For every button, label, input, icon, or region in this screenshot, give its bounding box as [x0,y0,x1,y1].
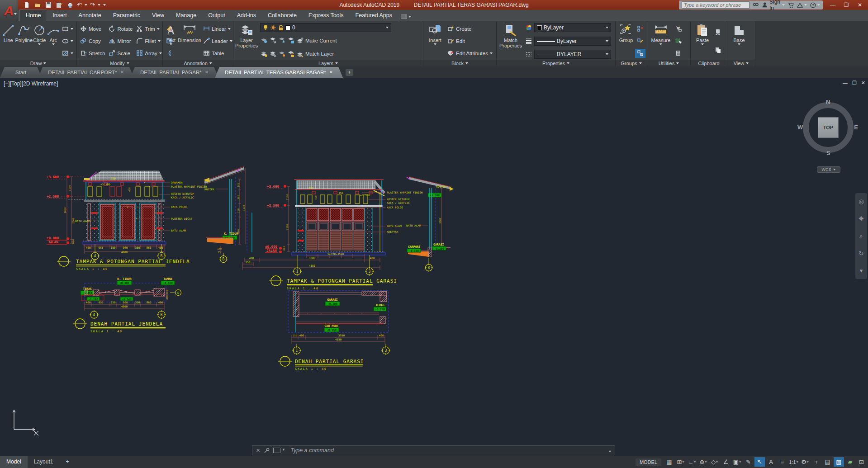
match-layer-icon[interactable] [296,51,304,57]
panel-label-utilities[interactable]: Utilities [647,60,690,66]
help-icon[interactable]: ? [810,2,820,8]
navigation-bar[interactable]: ◎ ✥ ⌕ ↻ ▾ [855,193,867,279]
linear-dimension-tool[interactable]: Linear [201,24,234,33]
file-tab-pagar[interactable]: DETAIL PARTIAL PAGAR*✕ [130,67,218,78]
minimize-icon[interactable]: — [829,2,836,8]
base-view-button[interactable]: Base [729,22,749,60]
layer-color-swatch[interactable] [285,25,290,30]
layout1-tab[interactable]: Layout1 [28,456,60,468]
undo-icon[interactable]: ↶ [77,1,82,9]
close-command-icon[interactable]: ✕ [256,448,260,454]
showmotion-icon[interactable]: ▾ [860,267,863,274]
object-color-dropdown[interactable]: ByLayer [534,23,611,32]
layer-unlock-icon[interactable] [278,24,284,31]
isodraft-icon[interactable]: ◇ [709,457,720,467]
layer-off-icon[interactable] [260,37,268,44]
panel-label-draw[interactable]: Draw [0,60,76,66]
search-icon[interactable] [753,2,759,8]
copy-tool[interactable]: Copy [78,37,107,46]
compass-south[interactable]: S [826,150,830,156]
model-space-viewport[interactable]: [−][Top][2D Wireframe] — ❐ ✕ N W E S TOP… [0,78,868,456]
close-icon[interactable]: ✕ [856,2,863,8]
make-current-icon[interactable] [296,37,304,44]
measure-button[interactable]: Measure [649,22,673,60]
copy-clip-icon[interactable] [713,46,723,55]
tab-parametric[interactable]: Parametric [107,10,146,21]
tab-annotate[interactable]: Annotate [73,10,107,21]
line-tool[interactable]: Line [1,22,15,60]
autodesk-app-icon[interactable] [797,2,807,8]
close-tab-icon[interactable]: ✕ [329,67,333,78]
ungroup-icon[interactable] [635,24,645,33]
arc-tool[interactable]: Arc [47,22,60,60]
wcs-button[interactable]: WCS [817,166,840,173]
layer-isolate-icon[interactable] [269,37,277,44]
layer-thaw-sun-icon[interactable] [270,24,276,31]
viewport-controls[interactable]: [−][Top][2D Wireframe] [4,80,58,87]
polar-tracking-icon[interactable]: ⊕ [698,457,708,467]
restore-icon[interactable]: ❐ [843,2,850,8]
close-tab-icon[interactable]: ✕ [120,67,124,78]
grid-icon[interactable]: ▦ [664,457,674,467]
ortho-icon[interactable]: ∟ [687,457,697,467]
ellipse-tool-icon[interactable] [60,37,75,46]
lineweight-icon[interactable] [525,38,532,45]
quick-select-icon[interactable] [673,24,683,33]
save-icon[interactable] [44,1,52,9]
array-tool[interactable]: Array [134,49,163,58]
layer-properties-button[interactable]: Layer Properties [235,22,258,60]
orbit-icon[interactable]: ↻ [859,250,864,257]
tab-manage[interactable]: Manage [170,10,202,21]
insert-block-button[interactable]: Insert [425,22,446,60]
compass-west[interactable]: W [797,124,803,131]
file-tab-start[interactable]: Start [0,67,42,78]
object-snap-icon[interactable]: ▣ [732,457,742,467]
rotate-tool[interactable]: Rotate [107,24,134,33]
viewcube-top-face[interactable]: TOP [818,117,839,138]
layer-unlock2-icon[interactable] [287,51,295,57]
match-properties-button[interactable]: Match Properties [498,22,523,60]
annotation-pencil-icon[interactable]: ✎ [743,457,754,467]
autocad-logo[interactable] [0,0,18,21]
selection-cycling-icon[interactable]: ↖ [754,457,765,467]
edit-attributes-tool[interactable]: Edit Attributes [446,49,494,58]
model-tab[interactable]: Model [0,456,28,468]
new-file-icon[interactable] [23,1,31,9]
tab-output[interactable]: Output [202,10,231,21]
file-tab-carport[interactable]: DETAIL PARTIAL CARPORT*✕ [38,67,134,78]
panel-label-view[interactable]: View [727,60,755,66]
customize-wrench-icon[interactable] [264,448,270,454]
tab-add-ins[interactable]: Add-ins [231,10,262,21]
quick-properties-icon[interactable]: ▤ [822,457,833,467]
layer-on-bulb-icon[interactable] [263,24,268,31]
add-layout-button[interactable]: + [59,456,75,468]
tab-featured-apps[interactable]: Featured Apps [350,10,398,21]
doc-close-icon[interactable]: ✕ [861,80,865,86]
drawing-canvas[interactable]: +3.600 +2.500 ±0.000 JALAN 1100 2500 360… [0,78,868,456]
app-store-cart-icon[interactable] [788,2,794,8]
lineweight-display-icon[interactable]: ≡ [777,457,787,467]
graphics-performance-icon[interactable]: ▰ [845,457,855,467]
pan-icon[interactable]: ✥ [859,215,864,222]
doc-restore-icon[interactable]: ❐ [852,80,857,86]
tab-express-tools[interactable]: Express Tools [303,10,350,21]
layer-merge-icon[interactable] [269,51,277,57]
compass-north[interactable]: N [826,99,830,105]
annotation-monitor-icon[interactable]: A [766,457,776,467]
linetype-dropdown[interactable]: BYLAYER [534,50,611,59]
command-prompt[interactable]: Type a command [290,447,605,454]
new-drawing-tab-button[interactable]: + [346,69,353,76]
zoom-icon[interactable]: ⌕ [859,232,863,240]
panel-label-modify[interactable]: Modify [77,60,162,66]
panel-label-properties[interactable]: Properties [497,60,615,66]
search-input[interactable] [682,1,749,9]
tab-view[interactable]: View [146,10,170,21]
scale-tool[interactable]: Scale [107,49,134,58]
steering-wheel-icon[interactable]: ◎ [859,198,863,205]
make-current-button[interactable]: Make Current [305,38,337,43]
mirror-tool[interactable]: Mirror [107,37,134,46]
close-tab-icon[interactable]: ✕ [205,67,209,78]
doc-minimize-icon[interactable]: — [843,80,848,86]
compass-east[interactable]: E [854,124,858,131]
match-layer-button[interactable]: Match Layer [305,51,334,57]
